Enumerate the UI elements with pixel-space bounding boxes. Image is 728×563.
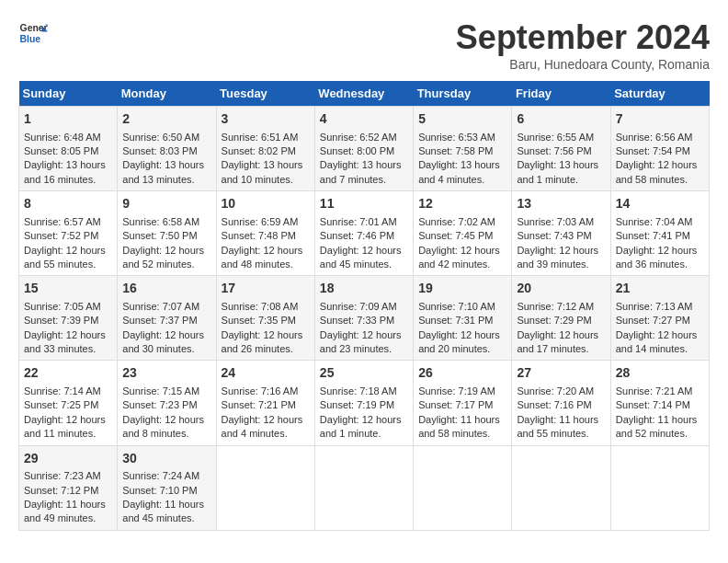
day-info: Sunset: 7:45 PM [418, 229, 506, 243]
day-info: Daylight: 11 hours and 58 minutes. [418, 413, 506, 442]
day-info: Sunset: 7:50 PM [122, 229, 210, 243]
day-info: Daylight: 12 hours and 48 minutes. [222, 244, 310, 272]
day-info: Sunset: 7:43 PM [517, 229, 605, 243]
calendar-cell: 7Sunrise: 6:56 AMSunset: 7:54 PMDaylight… [610, 107, 709, 191]
calendar-cell [216, 445, 314, 530]
col-header-wednesday: Wednesday [314, 81, 413, 107]
svg-text:Blue: Blue [20, 34, 41, 44]
day-number: 4 [320, 110, 408, 129]
day-info: Daylight: 12 hours and 33 minutes. [24, 328, 112, 357]
week-row-4: 22Sunrise: 7:14 AMSunset: 7:25 PMDayligh… [19, 361, 710, 445]
logo-icon: General Blue [18, 18, 48, 48]
day-number: 30 [122, 450, 210, 468]
day-info: Sunset: 7:58 PM [418, 144, 506, 158]
week-row-5: 29Sunrise: 7:23 AMSunset: 7:12 PMDayligh… [19, 445, 710, 530]
calendar-cell: 20Sunrise: 7:12 AMSunset: 7:29 PMDayligh… [512, 276, 610, 361]
calendar-cell: 15Sunrise: 7:05 AMSunset: 7:39 PMDayligh… [19, 276, 118, 361]
day-info: Daylight: 12 hours and 45 minutes. [320, 244, 408, 272]
calendar-cell: 29Sunrise: 7:23 AMSunset: 7:12 PMDayligh… [19, 445, 118, 530]
day-info: Sunrise: 7:05 AM [24, 300, 112, 314]
day-info: Daylight: 12 hours and 23 minutes. [320, 328, 408, 357]
calendar-table: SundayMondayTuesdayWednesdayThursdayFrid… [18, 81, 710, 531]
day-info: Daylight: 11 hours and 55 minutes. [517, 413, 605, 442]
day-info: Sunset: 7:33 PM [320, 314, 408, 327]
day-number: 25 [320, 364, 408, 383]
day-info: Daylight: 13 hours and 1 minute. [517, 158, 605, 187]
day-info: Daylight: 11 hours and 52 minutes. [616, 413, 704, 442]
week-row-2: 8Sunrise: 6:57 AMSunset: 7:52 PMDaylight… [19, 191, 710, 276]
day-info: Sunset: 7:31 PM [418, 314, 506, 327]
day-info: Daylight: 13 hours and 7 minutes. [320, 158, 408, 187]
day-info: Sunrise: 7:23 AM [24, 469, 112, 483]
day-number: 17 [222, 280, 310, 298]
day-info: Sunset: 7:25 PM [24, 398, 112, 412]
day-info: Sunrise: 6:55 AM [517, 131, 605, 144]
calendar-cell: 22Sunrise: 7:14 AMSunset: 7:25 PMDayligh… [19, 361, 118, 445]
day-info: Sunrise: 7:03 AM [517, 215, 605, 229]
day-info: Daylight: 12 hours and 17 minutes. [517, 328, 605, 357]
calendar-cell [610, 445, 709, 530]
calendar-cell: 10Sunrise: 6:59 AMSunset: 7:48 PMDayligh… [216, 191, 314, 276]
day-info: Sunset: 7:56 PM [517, 144, 605, 158]
calendar-cell: 9Sunrise: 6:58 AMSunset: 7:50 PMDaylight… [118, 191, 216, 276]
day-info: Daylight: 12 hours and 36 minutes. [616, 244, 704, 272]
calendar-cell: 21Sunrise: 7:13 AMSunset: 7:27 PMDayligh… [610, 276, 709, 361]
day-info: Sunset: 7:17 PM [418, 398, 506, 412]
day-info: Sunrise: 7:24 AM [122, 469, 210, 483]
calendar-cell [414, 445, 512, 530]
day-number: 15 [24, 280, 112, 298]
day-info: Sunset: 7:16 PM [517, 398, 605, 412]
day-info: Daylight: 12 hours and 4 minutes. [222, 413, 310, 442]
calendar-cell: 25Sunrise: 7:18 AMSunset: 7:19 PMDayligh… [314, 361, 413, 445]
page-header: General Blue September 2024 Baru, Hunedo… [18, 18, 710, 72]
day-number: 19 [418, 280, 506, 298]
day-info: Daylight: 12 hours and 8 minutes. [122, 413, 210, 442]
day-number: 27 [517, 364, 605, 383]
day-info: Sunset: 7:10 PM [122, 484, 210, 498]
day-info: Sunrise: 6:48 AM [24, 131, 112, 144]
calendar-cell: 5Sunrise: 6:53 AMSunset: 7:58 PMDaylight… [414, 107, 512, 191]
day-info: Sunset: 7:19 PM [320, 398, 408, 412]
day-info: Sunset: 8:00 PM [320, 144, 408, 158]
day-info: Sunrise: 6:56 AM [616, 131, 704, 144]
day-info: Sunset: 7:14 PM [616, 398, 704, 412]
logo: General Blue [18, 18, 48, 48]
day-info: Daylight: 12 hours and 30 minutes. [122, 328, 210, 357]
calendar-cell: 2Sunrise: 6:50 AMSunset: 8:03 PMDaylight… [118, 107, 216, 191]
calendar-cell: 19Sunrise: 7:10 AMSunset: 7:31 PMDayligh… [414, 276, 512, 361]
calendar-cell: 4Sunrise: 6:52 AMSunset: 8:00 PMDaylight… [314, 107, 413, 191]
day-info: Sunrise: 7:09 AM [320, 300, 408, 314]
calendar-cell: 17Sunrise: 7:08 AMSunset: 7:35 PMDayligh… [216, 276, 314, 361]
calendar-cell: 27Sunrise: 7:20 AMSunset: 7:16 PMDayligh… [512, 361, 610, 445]
calendar-cell: 26Sunrise: 7:19 AMSunset: 7:17 PMDayligh… [414, 361, 512, 445]
day-number: 21 [616, 280, 704, 298]
day-number: 11 [320, 195, 408, 213]
col-header-monday: Monday [118, 81, 216, 107]
day-info: Daylight: 12 hours and 14 minutes. [616, 328, 704, 357]
day-info: Sunrise: 7:18 AM [320, 385, 408, 398]
day-info: Sunrise: 7:20 AM [517, 385, 605, 398]
location-subtitle: Baru, Hunedoara County, Romania [456, 57, 710, 72]
day-number: 20 [517, 280, 605, 298]
day-info: Sunrise: 7:21 AM [616, 385, 704, 398]
day-info: Sunrise: 7:15 AM [122, 385, 210, 398]
day-info: Sunset: 7:27 PM [616, 314, 704, 327]
day-info: Sunrise: 6:50 AM [122, 131, 210, 144]
day-info: Daylight: 12 hours and 42 minutes. [418, 244, 506, 272]
day-number: 1 [24, 110, 112, 129]
day-info: Sunrise: 6:52 AM [320, 131, 408, 144]
day-number: 28 [616, 364, 704, 383]
day-info: Sunrise: 7:04 AM [616, 215, 704, 229]
day-info: Daylight: 12 hours and 58 minutes. [616, 158, 704, 187]
day-info: Daylight: 12 hours and 39 minutes. [517, 244, 605, 272]
col-header-sunday: Sunday [19, 81, 118, 107]
calendar-cell: 18Sunrise: 7:09 AMSunset: 7:33 PMDayligh… [314, 276, 413, 361]
day-number: 14 [616, 195, 704, 213]
calendar-cell: 12Sunrise: 7:02 AMSunset: 7:45 PMDayligh… [414, 191, 512, 276]
day-info: Sunset: 7:41 PM [616, 229, 704, 243]
day-info: Daylight: 12 hours and 20 minutes. [418, 328, 506, 357]
day-info: Daylight: 13 hours and 13 minutes. [122, 158, 210, 187]
day-info: Sunrise: 7:14 AM [24, 385, 112, 398]
week-row-3: 15Sunrise: 7:05 AMSunset: 7:39 PMDayligh… [19, 276, 710, 361]
calendar-cell [512, 445, 610, 530]
